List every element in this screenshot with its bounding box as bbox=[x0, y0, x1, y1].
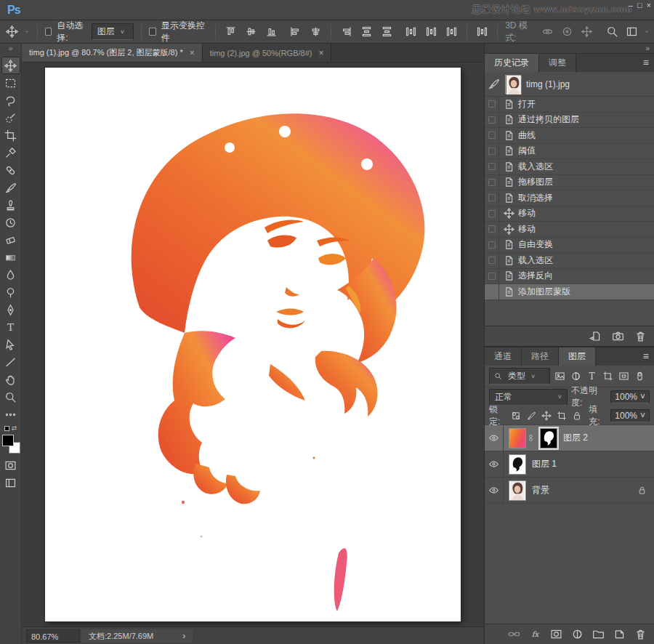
layer-filter-type-dropdown[interactable]: 类型 ˅ bbox=[489, 368, 550, 385]
layer-1[interactable]: 图层 1 bbox=[485, 451, 654, 478]
layer-mask-thumbnail[interactable] bbox=[540, 428, 557, 448]
auto-select-checkbox[interactable] bbox=[45, 28, 52, 36]
collapse-panels-button[interactable]: » bbox=[485, 44, 654, 54]
align-bottom-edges-icon[interactable] bbox=[264, 24, 279, 39]
distribute-top-edges-icon[interactable] bbox=[339, 24, 354, 39]
history-load-selection[interactable]: 载入选区 bbox=[485, 159, 654, 175]
dodge-tool[interactable] bbox=[1, 283, 20, 301]
close-tab-icon[interactable]: × bbox=[190, 48, 195, 58]
distribute-spacing-icon[interactable] bbox=[475, 24, 490, 39]
panel-menu-icon[interactable]: ≡ bbox=[643, 54, 649, 72]
history-open[interactable]: 打开 bbox=[485, 97, 654, 113]
history-add-layer-mask[interactable]: 添加图层蒙版 bbox=[485, 284, 654, 300]
history-select-inverse[interactable]: 选择反向 bbox=[485, 269, 654, 285]
chevron-down-icon[interactable] bbox=[24, 28, 30, 35]
history-source-checkbox[interactable] bbox=[485, 113, 499, 128]
filter-adjustment-layers-icon[interactable] bbox=[570, 371, 581, 382]
tab-timg-1[interactable]: timg (1).jpg @ 80.7% (图层 2, 图层蒙版/8) * × bbox=[22, 44, 203, 62]
lock-position-icon[interactable] bbox=[541, 411, 552, 421]
show-transform-checkbox[interactable] bbox=[149, 28, 156, 36]
history-source-row[interactable]: timg (1).jpg bbox=[485, 72, 654, 97]
layer-visibility-eye-icon[interactable] bbox=[485, 478, 504, 503]
layer-2[interactable]: 图层 2 bbox=[485, 425, 654, 451]
gradient-tool[interactable] bbox=[1, 249, 20, 266]
delete-state-icon[interactable] bbox=[634, 330, 647, 342]
fill-field[interactable]: 100%˅ bbox=[610, 409, 650, 422]
close-button[interactable]: × bbox=[647, 1, 651, 9]
history-source-checkbox[interactable] bbox=[485, 144, 499, 159]
default-swap-colors[interactable]: ⇄ bbox=[4, 423, 17, 433]
link-layers-icon[interactable] bbox=[508, 628, 520, 640]
distribute-vertical-centers-icon[interactable] bbox=[359, 24, 374, 39]
history-source-checkbox[interactable] bbox=[485, 238, 499, 253]
tab-channels[interactable]: 通道 bbox=[485, 347, 522, 366]
history-source-checkbox[interactable] bbox=[485, 175, 499, 190]
new-document-from-state-icon[interactable] bbox=[589, 330, 602, 342]
tab-layers[interactable]: 图层 bbox=[559, 347, 596, 366]
lock-all-icon[interactable] bbox=[572, 411, 582, 421]
rectangular-marquee-tool[interactable] bbox=[1, 74, 20, 92]
filter-shape-layers-icon[interactable] bbox=[602, 371, 613, 382]
tab-history[interactable]: 历史记录 bbox=[485, 54, 539, 72]
tab-timg-2[interactable]: timg (2).jpg @ 50%(RGB/8#) × bbox=[203, 44, 332, 62]
history-source-checkbox[interactable] bbox=[485, 222, 499, 237]
clone-stamp-tool[interactable] bbox=[1, 196, 20, 214]
quick-mask-button[interactable] bbox=[1, 456, 20, 474]
lock-transparent-pixels-icon[interactable] bbox=[511, 411, 521, 421]
3d-pan-icon[interactable] bbox=[579, 24, 594, 39]
filter-pixel-layers-icon[interactable] bbox=[554, 371, 565, 382]
document-page[interactable] bbox=[45, 68, 461, 621]
history-threshold[interactable]: 阈值 bbox=[485, 144, 654, 160]
history-source-checkbox[interactable] bbox=[485, 269, 499, 284]
opacity-field[interactable]: 100%˅ bbox=[610, 390, 650, 403]
eraser-tool[interactable] bbox=[1, 231, 20, 249]
edit-toolbar-button[interactable] bbox=[1, 406, 20, 423]
tab-adjustments[interactable]: 调整 bbox=[539, 54, 576, 72]
layer-visibility-eye-icon[interactable] bbox=[485, 451, 504, 477]
distribute-horizontal-centers-icon[interactable] bbox=[424, 24, 439, 39]
move-tool-preset-icon[interactable] bbox=[4, 24, 20, 39]
history-curves[interactable]: 曲线 bbox=[485, 128, 654, 144]
screen-mode-button[interactable] bbox=[1, 474, 20, 491]
panel-menu-icon[interactable]: ≡ bbox=[643, 347, 649, 366]
search-icon[interactable] bbox=[605, 24, 620, 39]
collapse-tools-button[interactable]: » bbox=[0, 44, 21, 54]
align-vertical-centers-icon[interactable] bbox=[243, 24, 259, 39]
color-swatches[interactable] bbox=[1, 435, 20, 454]
history-source-checkbox[interactable] bbox=[485, 253, 499, 268]
type-tool[interactable] bbox=[1, 318, 20, 336]
layer-background[interactable]: 背景 bbox=[485, 478, 654, 504]
history-brush-tool[interactable] bbox=[1, 214, 20, 231]
history-brush-source-icon[interactable] bbox=[488, 78, 500, 90]
filter-toggle-icon[interactable] bbox=[634, 371, 645, 382]
filter-type-layers-icon[interactable] bbox=[586, 371, 597, 382]
spot-healing-brush-tool[interactable] bbox=[1, 161, 20, 179]
history-move-1[interactable]: 移动 bbox=[485, 206, 654, 222]
maximize-button[interactable]: □ bbox=[637, 1, 642, 9]
layer-mask-link-icon[interactable] bbox=[526, 432, 535, 443]
lasso-tool[interactable] bbox=[1, 92, 20, 109]
move-tool[interactable] bbox=[1, 57, 20, 74]
zoom-tool[interactable] bbox=[1, 388, 20, 406]
layer-thumbnail[interactable] bbox=[509, 454, 526, 475]
eyedropper-tool[interactable] bbox=[1, 144, 20, 161]
quick-selection-tool[interactable] bbox=[1, 109, 20, 126]
history-source-checkbox[interactable] bbox=[485, 190, 499, 206]
line-tool[interactable] bbox=[1, 353, 20, 371]
history-load-selection-2[interactable]: 载入选区 bbox=[485, 253, 654, 269]
history-drag-layer[interactable]: 拖移图层 bbox=[485, 175, 654, 191]
layer-visibility-eye-icon[interactable] bbox=[485, 425, 504, 451]
new-group-folder-icon[interactable] bbox=[592, 628, 605, 640]
hand-tool[interactable] bbox=[1, 371, 20, 388]
minimize-button[interactable]: – bbox=[629, 1, 633, 9]
history-free-transform[interactable]: 自由变换 bbox=[485, 238, 654, 254]
delete-layer-trash-icon[interactable] bbox=[634, 628, 647, 640]
crop-tool[interactable] bbox=[1, 126, 20, 144]
history-deselect[interactable]: 取消选择 bbox=[485, 190, 654, 206]
pen-tool[interactable] bbox=[1, 301, 20, 318]
history-move-2[interactable]: 移动 bbox=[485, 222, 654, 238]
zoom-level-field[interactable]: 80.67% bbox=[26, 629, 80, 643]
layer-thumbnail[interactable] bbox=[509, 480, 526, 501]
history-source-checkbox[interactable] bbox=[485, 128, 499, 143]
foreground-color-swatch[interactable] bbox=[2, 435, 14, 446]
